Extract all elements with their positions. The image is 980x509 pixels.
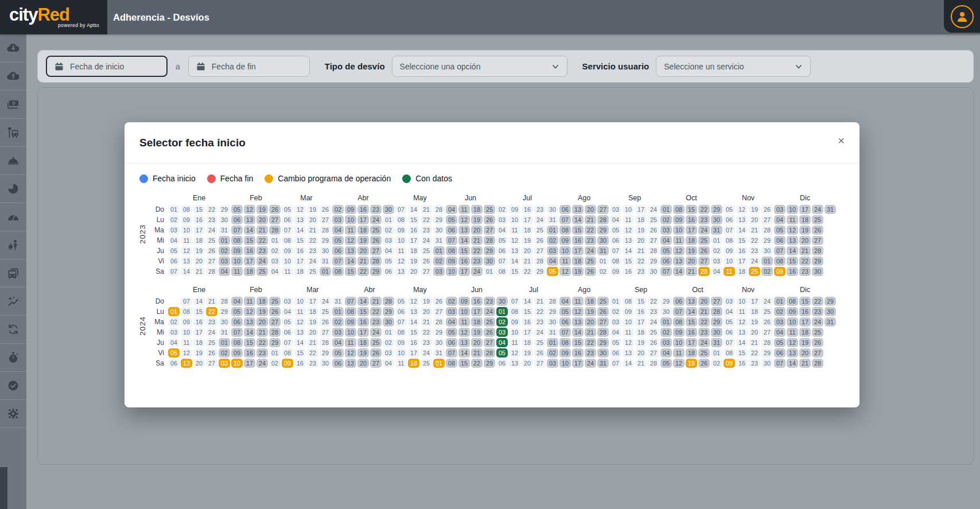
day-cell[interactable]: 16 — [623, 267, 634, 276]
day-cell[interactable]: 26 — [269, 307, 281, 316]
day-cell[interactable]: 11 — [345, 226, 356, 235]
day-cell[interactable]: 03 — [269, 257, 281, 266]
day-cell[interactable]: 02 — [774, 307, 785, 316]
day-cell[interactable]: 09 — [282, 359, 293, 368]
day-cell[interactable]: 27 — [597, 317, 609, 327]
day-cell[interactable]: 19 — [471, 215, 483, 224]
day-cell[interactable]: 11 — [244, 297, 255, 306]
day-cell[interactable]: 09 — [181, 317, 192, 327]
day-cell[interactable]: 06 — [724, 328, 735, 337]
day-cell[interactable]: 07 — [446, 236, 457, 245]
day-cell[interactable]: 21 — [256, 226, 268, 235]
day-cell[interactable]: 15 — [244, 236, 255, 245]
day-cell[interactable]: 09 — [559, 236, 571, 245]
start-date-button[interactable]: Fecha de inicio — [46, 56, 168, 77]
day-cell[interactable]: 20 — [585, 317, 596, 327]
day-cell[interactable]: 23 — [585, 348, 596, 358]
day-cell[interactable]: 15 — [345, 267, 356, 276]
day-cell[interactable]: 06 — [446, 338, 457, 347]
day-cell[interactable]: 13 — [736, 328, 748, 337]
day-cell[interactable]: 17 — [572, 359, 584, 368]
day-cell[interactable]: 23 — [256, 348, 268, 358]
day-cell[interactable]: 30 — [547, 205, 558, 214]
day-cell[interactable]: 02 — [660, 215, 672, 224]
day-cell[interactable]: 24 — [585, 359, 596, 368]
day-cell[interactable]: 24 — [749, 257, 760, 266]
day-cell[interactable]: 16 — [799, 307, 811, 316]
day-cell[interactable]: 13 — [673, 257, 685, 266]
sidebar-item-sparkles-trend[interactable] — [0, 287, 26, 316]
day-cell[interactable]: 22 — [307, 236, 318, 245]
day-cell[interactable]: 24 — [534, 215, 546, 224]
day-cell[interactable]: 26 — [812, 338, 823, 347]
day-cell[interactable]: 21 — [256, 328, 268, 337]
day-cell[interactable]: 02 — [269, 246, 281, 255]
day-cell[interactable]: 24 — [370, 328, 382, 337]
day-cell[interactable]: 13 — [787, 348, 798, 358]
day-cell[interactable]: 05 — [496, 236, 508, 245]
deviation-type-select[interactable]: Seleccione una opción — [392, 56, 567, 77]
day-cell[interactable]: 21 — [193, 267, 205, 276]
day-cell[interactable]: 05 — [383, 257, 394, 266]
day-cell[interactable]: 09 — [610, 267, 621, 276]
day-cell[interactable]: 19 — [256, 307, 268, 316]
day-cell[interactable]: 16 — [787, 267, 798, 276]
day-cell[interactable]: 26 — [206, 246, 217, 255]
day-cell[interactable]: 22 — [585, 226, 596, 235]
day-cell[interactable]: 27 — [812, 236, 823, 245]
day-cell[interactable]: 15 — [736, 348, 748, 358]
day-cell[interactable]: 11 — [231, 267, 243, 276]
day-cell[interactable]: 22 — [522, 267, 533, 276]
day-cell[interactable]: 07 — [168, 267, 180, 276]
day-cell[interactable]: 24 — [320, 297, 331, 306]
day-cell[interactable]: 13 — [181, 257, 192, 266]
day-cell[interactable]: 05 — [724, 317, 735, 327]
day-cell[interactable]: 14 — [408, 317, 419, 327]
day-cell[interactable]: 24 — [761, 297, 773, 306]
day-cell[interactable]: 04 — [446, 317, 457, 327]
day-cell[interactable]: 04 — [231, 297, 243, 306]
day-cell[interactable]: 19 — [471, 328, 483, 337]
day-cell[interactable]: 07 — [610, 246, 621, 255]
day-cell[interactable]: 25 — [534, 226, 546, 235]
day-cell[interactable]: 02 — [496, 317, 508, 327]
day-cell[interactable]: 29 — [433, 328, 445, 337]
day-cell[interactable]: 27 — [370, 246, 382, 255]
day-cell[interactable]: 08 — [446, 359, 457, 368]
day-cell[interactable]: 31 — [547, 215, 558, 224]
day-cell[interactable]: 13 — [408, 307, 419, 316]
day-cell[interactable]: 12 — [458, 215, 470, 224]
day-cell[interactable]: 31 — [547, 328, 558, 337]
day-cell[interactable]: 09 — [446, 257, 457, 266]
day-cell[interactable]: 03 — [774, 317, 785, 327]
day-cell[interactable]: 25 — [698, 236, 710, 245]
day-cell[interactable]: 07 — [282, 338, 293, 347]
day-cell[interactable]: 12 — [736, 205, 748, 214]
day-cell[interactable]: 17 — [635, 317, 647, 327]
day-cell[interactable]: 04 — [168, 236, 180, 245]
day-cell[interactable]: 18 — [585, 297, 596, 306]
day-cell[interactable]: 29 — [534, 267, 546, 276]
day-cell[interactable]: 15 — [458, 359, 470, 368]
day-cell[interactable]: 20 — [256, 317, 268, 327]
day-cell[interactable]: 10 — [736, 297, 748, 306]
day-cell[interactable]: 28 — [761, 226, 773, 235]
day-cell[interactable]: 13 — [509, 359, 520, 368]
day-cell[interactable]: 14 — [572, 328, 584, 337]
day-cell[interactable]: 11 — [345, 338, 356, 347]
day-cell[interactable]: 07 — [774, 246, 785, 255]
day-cell[interactable]: 07 — [395, 205, 407, 214]
day-cell[interactable]: 03 — [774, 205, 785, 214]
day-cell[interactable]: 16 — [193, 215, 205, 224]
day-cell[interactable]: 04 — [711, 267, 722, 276]
day-cell[interactable]: 27 — [597, 205, 609, 214]
day-cell[interactable]: 21 — [522, 257, 533, 266]
day-cell[interactable]: 16 — [244, 246, 255, 255]
day-cell[interactable]: 14 — [736, 226, 748, 235]
day-cell[interactable]: 27 — [648, 236, 659, 245]
day-cell[interactable]: 28 — [320, 226, 331, 235]
day-cell[interactable]: 04 — [774, 215, 785, 224]
day-cell[interactable]: 19 — [357, 236, 369, 245]
day-cell[interactable]: 22 — [206, 205, 217, 214]
day-cell[interactable]: 01 — [383, 328, 394, 337]
